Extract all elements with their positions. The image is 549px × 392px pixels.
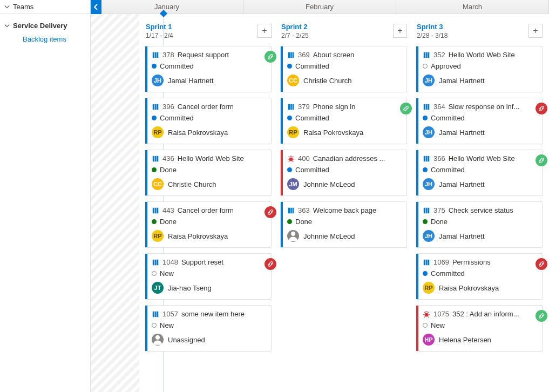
avatar: JH bbox=[152, 75, 164, 86]
work-item-card[interactable]: 366Hello World Web SiteCommittedJHJamal … bbox=[416, 150, 543, 196]
work-item-title: Cancel order form bbox=[178, 103, 266, 111]
work-item-card[interactable]: 1048Support resetNewJTJia-hao Tseng bbox=[145, 253, 272, 300]
teams-label: Teams bbox=[13, 3, 33, 11]
work-item-state: New bbox=[431, 321, 445, 329]
card-stripe bbox=[416, 150, 418, 195]
work-item-id: 443 bbox=[162, 206, 174, 214]
card-stripe bbox=[281, 150, 283, 195]
link-badge-icon[interactable] bbox=[536, 310, 547, 322]
chevron-left-icon bbox=[94, 4, 98, 10]
state-dot-icon bbox=[423, 219, 428, 224]
state-dot-icon bbox=[152, 323, 157, 328]
plus-icon: + bbox=[533, 26, 538, 36]
work-item-card[interactable]: 396Cancel order formCommittedRPRaisa Pok… bbox=[145, 98, 272, 144]
work-item-card[interactable]: 443Cancel order formDoneRPRaisa Pokrovsk… bbox=[145, 201, 272, 248]
avatar: JH bbox=[423, 230, 435, 242]
card-title-row: 1057some new item here bbox=[151, 310, 266, 318]
book-icon bbox=[423, 155, 430, 163]
month-january[interactable]: January bbox=[91, 0, 243, 13]
backlog-items-link[interactable]: Backlog items bbox=[0, 33, 90, 45]
work-item-state: Done bbox=[295, 218, 312, 226]
link-badge-icon[interactable] bbox=[536, 154, 547, 166]
state-dot-icon bbox=[423, 167, 428, 172]
work-item-card[interactable]: 436Hello World Web SiteDoneCCChristie Ch… bbox=[145, 150, 272, 196]
work-item-id: 369 bbox=[298, 51, 310, 59]
work-item-title: 352 : Add an inform... bbox=[452, 310, 537, 318]
work-item-title: Slow response on inf... bbox=[449, 103, 537, 111]
avatar: HP bbox=[423, 334, 435, 346]
assignee-name: Raisa Pokrovskaya bbox=[168, 232, 228, 240]
work-item-card[interactable]: 1075352 : Add an inform...NewHPHelena Pe… bbox=[416, 305, 543, 352]
sprint-dates: 2/7 - 2/25 bbox=[281, 32, 406, 39]
card-assignee-row: HPHelena Petersen bbox=[422, 334, 537, 346]
card-title-row: 363Welcome back page bbox=[286, 206, 401, 214]
add-card-button[interactable]: + bbox=[528, 24, 543, 38]
avatar: JH bbox=[423, 126, 435, 138]
work-item-card[interactable]: 1069PermissionsCommittedRPRaisa Pokrovsk… bbox=[416, 253, 543, 300]
card-state-row: New bbox=[151, 321, 266, 329]
timeline-back-button[interactable] bbox=[91, 0, 101, 14]
card-title-row: 366Hello World Web Site bbox=[422, 154, 537, 163]
sprint-dates: 2/28 - 3/18 bbox=[417, 32, 541, 39]
work-item-card[interactable]: 375Check service statusDoneJHJamal Hartn… bbox=[416, 201, 543, 248]
card-title-row: 443Cancel order form bbox=[151, 206, 266, 214]
work-item-card[interactable]: 364Slow response on inf...CommittedJHJam… bbox=[416, 98, 543, 144]
work-item-card[interactable]: 1057some new item hereNewUnassigned bbox=[145, 305, 272, 352]
card-state-row: Done bbox=[422, 218, 537, 226]
card-state-row: Done bbox=[151, 166, 266, 174]
work-item-state: Committed bbox=[295, 62, 329, 70]
link-badge-icon[interactable] bbox=[265, 51, 276, 63]
work-item-card[interactable]: 379Phone sign inCommittedRPRaisa Pokrovs… bbox=[280, 98, 407, 144]
month-march[interactable]: March bbox=[396, 0, 549, 13]
link-badge-icon[interactable] bbox=[536, 258, 547, 270]
card-stripe bbox=[281, 46, 283, 92]
work-item-title: Request support bbox=[178, 51, 266, 59]
avatar: JM bbox=[287, 178, 299, 190]
work-item-state: New bbox=[160, 321, 174, 329]
card-stripe bbox=[145, 150, 147, 195]
work-item-card[interactable]: 363Welcome back pageDoneJohnnie McLeod bbox=[280, 201, 407, 248]
teams-expander[interactable]: Teams bbox=[0, 0, 91, 13]
lane-name: Service Delivery bbox=[13, 22, 67, 30]
card-assignee-row: JHJamal Hartnett bbox=[422, 230, 537, 242]
work-item-state: Committed bbox=[295, 114, 329, 122]
link-badge-icon[interactable] bbox=[265, 258, 276, 270]
link-badge-icon[interactable] bbox=[536, 103, 547, 114]
work-item-card[interactable]: 378Request supportCommittedJHJamal Hartn… bbox=[145, 46, 272, 92]
card-assignee-row: RPRaisa Pokrovskaya bbox=[286, 126, 401, 138]
month-february[interactable]: February bbox=[243, 0, 396, 13]
add-card-button[interactable]: + bbox=[257, 24, 272, 38]
work-item-title: Welcome back page bbox=[313, 206, 401, 214]
sprint-column: Sprint 32/28 - 3/18+352Hello World Web S… bbox=[416, 21, 543, 386]
card-stripe bbox=[145, 254, 147, 299]
book-icon bbox=[423, 51, 430, 59]
card-assignee-row: CCChristie Church bbox=[151, 178, 266, 190]
sprint-title[interactable]: Sprint 3 bbox=[417, 23, 541, 31]
work-item-card[interactable]: 369About screenCommittedCCChristie Churc… bbox=[280, 46, 407, 92]
avatar: CC bbox=[152, 178, 164, 190]
book-icon bbox=[152, 207, 159, 214]
book-icon bbox=[423, 103, 430, 111]
state-dot-icon bbox=[152, 116, 157, 120]
sprint-column: Sprint 11/17 - 2/4+378Request supportCom… bbox=[145, 21, 272, 386]
work-item-id: 396 bbox=[162, 103, 174, 111]
card-stripe bbox=[281, 202, 283, 247]
add-card-button[interactable]: + bbox=[393, 24, 407, 38]
work-item-card[interactable]: 352Hello World Web SiteApprovedJHJamal H… bbox=[416, 46, 543, 92]
assignee-name: Jamal Hartnett bbox=[168, 77, 214, 85]
svg-point-1 bbox=[289, 157, 293, 161]
plus-icon: + bbox=[262, 26, 267, 36]
work-item-id: 436 bbox=[162, 154, 174, 163]
sprint-title[interactable]: Sprint 2 bbox=[281, 23, 406, 31]
assignee-name: Jia-hao Tseng bbox=[168, 284, 212, 292]
lane-expander[interactable]: Service Delivery bbox=[0, 18, 90, 33]
book-icon bbox=[152, 155, 159, 163]
avatar bbox=[152, 334, 164, 346]
sprint-title[interactable]: Sprint 1 bbox=[146, 23, 270, 31]
plus-icon: + bbox=[397, 26, 402, 36]
card-state-row: New bbox=[151, 269, 266, 278]
work-item-card[interactable]: 400Canadian addresses ...CommittedJMJohn… bbox=[280, 150, 407, 196]
link-badge-icon[interactable] bbox=[265, 206, 276, 218]
work-item-state: Approved bbox=[431, 62, 461, 70]
link-badge-icon[interactable] bbox=[400, 103, 412, 114]
